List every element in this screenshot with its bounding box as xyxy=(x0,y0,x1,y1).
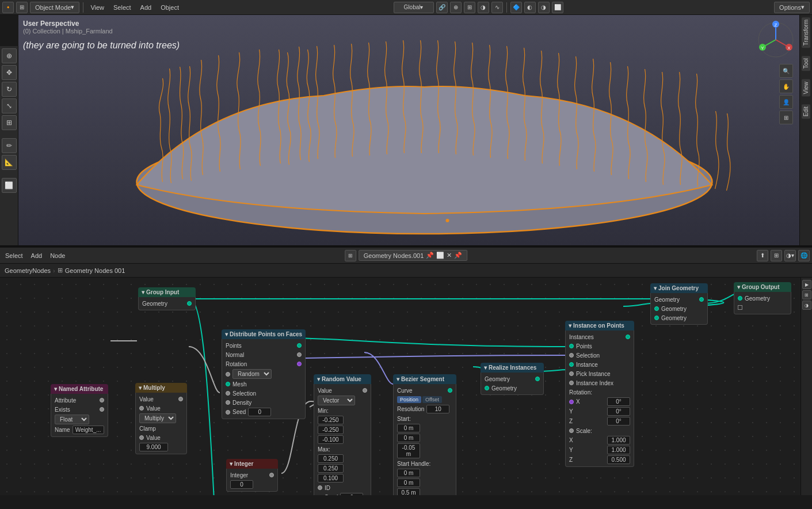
node-bezier-segment[interactable]: ▾ Bezier Segment Curve Position Offset R… xyxy=(393,374,456,495)
random-min-y-field[interactable]: -0.250 xyxy=(318,426,344,434)
node-add-menu[interactable]: Add xyxy=(28,251,45,260)
distribute-in-socket[interactable] xyxy=(226,372,230,377)
realize-out-socket[interactable] xyxy=(535,377,540,381)
scale-tool[interactable]: ⤡ xyxy=(2,98,17,113)
breadcrumb-current[interactable]: Geometry Nodes 001 xyxy=(65,267,125,274)
random-id-socket[interactable] xyxy=(318,485,322,490)
bezier-collapse[interactable]: ▾ xyxy=(397,376,399,382)
snap-icon[interactable]: 🔗 xyxy=(436,2,448,13)
distribute-points-socket[interactable] xyxy=(297,343,302,348)
multiply-val-socket[interactable] xyxy=(139,435,144,440)
iop-collapse[interactable]: ▾ xyxy=(569,322,571,329)
random-out-socket[interactable] xyxy=(363,388,367,393)
xray-icon[interactable]: ⊞ xyxy=(464,2,475,13)
iop-out-socket[interactable] xyxy=(626,335,630,339)
render-engines[interactable]: ◐ xyxy=(524,2,536,13)
distribute-rotation-socket[interactable] xyxy=(297,362,302,366)
integer-val-field[interactable]: 0 xyxy=(230,480,253,489)
transform-tab[interactable]: Transform xyxy=(802,17,810,48)
random-type-dropdown[interactable]: Vector xyxy=(318,396,355,405)
group-output-dot-socket[interactable] xyxy=(738,305,742,310)
distribute-sel-socket[interactable] xyxy=(226,391,230,396)
distribute-collapse[interactable]: ▾ xyxy=(225,331,228,337)
group-input-geometry-socket[interactable] xyxy=(187,301,192,306)
integer-collapse[interactable]: ▾ xyxy=(230,461,232,467)
join-out-socket[interactable] xyxy=(699,297,704,302)
gizmo-icon[interactable]: ∿ xyxy=(491,2,503,13)
join-in1-socket[interactable] xyxy=(654,306,659,311)
realize-in-socket[interactable] xyxy=(485,386,489,390)
tool-tab[interactable]: Tool xyxy=(802,56,810,71)
random-seed-socket[interactable] xyxy=(318,495,322,496)
view-menu[interactable]: View xyxy=(87,2,108,13)
node-group-output[interactable]: ▾ Group Output Geometry xyxy=(734,282,791,314)
distribute-seed-field[interactable]: 0 xyxy=(248,408,271,416)
bezier-sh-y-field[interactable]: 0 m xyxy=(397,478,420,487)
bezier-start-y-field[interactable]: 0 m xyxy=(397,434,420,442)
iop-idx-socket[interactable] xyxy=(569,381,574,385)
mode-icon[interactable]: ⊞ xyxy=(16,2,28,13)
frame-icon[interactable]: ⬜ xyxy=(552,2,563,13)
random-collapse[interactable]: ▾ xyxy=(317,376,320,382)
iop-scale-y-field[interactable]: 1.000 xyxy=(607,446,630,454)
rotate-tool[interactable]: ↻ xyxy=(2,82,17,97)
bezier-res-field[interactable]: 10 xyxy=(426,405,449,413)
named-attr-name-field[interactable]: Weight_... xyxy=(73,426,104,434)
node-tab-copy[interactable]: ⬜ xyxy=(436,252,444,259)
node-node-menu[interactable]: Node xyxy=(47,251,68,260)
move-tool[interactable]: ✥ xyxy=(2,65,17,80)
node-strip-btn2[interactable]: ⊞ xyxy=(802,290,811,299)
distribute-normal-socket[interactable] xyxy=(297,352,302,357)
transform-tool[interactable]: ⊞ xyxy=(2,115,17,130)
group-input-collapse[interactable]: ▾ xyxy=(142,289,144,295)
iop-rot-x-socket[interactable] xyxy=(569,400,574,404)
named-attr-exists-socket[interactable] xyxy=(100,407,104,412)
3d-viewport[interactable]: User Perspective (0) Collection | Mship_… xyxy=(18,15,812,245)
distribute-method-dropdown[interactable]: Random xyxy=(232,369,272,379)
distribute-seed-socket[interactable] xyxy=(226,410,230,415)
node-random-value[interactable]: ▾ Random Value Value Vector Min: -0.250 xyxy=(314,374,371,495)
random-max-z-field[interactable]: 0.100 xyxy=(318,474,344,483)
integer-out-socket[interactable] xyxy=(269,473,274,477)
random-seed-field[interactable]: 0 xyxy=(340,493,363,495)
select-menu[interactable]: Select xyxy=(110,2,135,13)
edit-tab[interactable]: Edit xyxy=(802,104,810,119)
multiply-out-socket[interactable] xyxy=(178,397,183,401)
iop-rot-y-field[interactable]: 0° xyxy=(607,407,630,416)
node-tab-pin2[interactable]: 📌 xyxy=(454,252,462,259)
iop-scale-z-field[interactable]: 0.500 xyxy=(607,455,630,464)
search-btn[interactable]: 🔍 xyxy=(779,64,793,78)
node-upload-icon[interactable]: ⬆ xyxy=(757,250,768,261)
view-tab[interactable]: View xyxy=(802,79,810,97)
bezier-sh-x-field[interactable]: 0 m xyxy=(397,469,420,477)
iop-scale-x-field[interactable]: 1.000 xyxy=(607,436,630,445)
named-attr-collapse[interactable]: ▾ xyxy=(54,386,57,392)
node-multiply[interactable]: ▾ Multiply Value Value Multiply xyxy=(135,383,187,454)
hand-btn[interactable]: ✋ xyxy=(779,79,793,93)
viewport-gizmo[interactable]: Z Y X xyxy=(756,20,796,60)
node-group-input[interactable]: ▾ Group Input Geometry xyxy=(138,287,196,310)
breadcrumb-root[interactable]: GeometryNodes xyxy=(5,267,51,274)
iop-pick-socket[interactable] xyxy=(569,371,574,376)
overlay-icon[interactable]: ⊕ xyxy=(450,2,462,13)
random-min-z-field[interactable]: -0.100 xyxy=(318,435,344,444)
join-collapse[interactable]: ▾ xyxy=(654,285,657,291)
add-menu[interactable]: Add xyxy=(137,2,155,13)
object-menu[interactable]: Object xyxy=(157,2,182,13)
iop-inst-socket[interactable] xyxy=(569,362,574,367)
node-tab-close[interactable]: ✕ xyxy=(447,252,452,259)
bezier-out-socket[interactable] xyxy=(448,388,452,393)
node-strip-btn3[interactable]: ◑ xyxy=(802,301,811,310)
bezier-offset-tab[interactable]: Offset xyxy=(422,396,442,403)
multiply-collapse[interactable]: ▾ xyxy=(139,385,142,391)
node-integer[interactable]: ▾ Integer Integer 0 xyxy=(226,459,278,492)
random-max-y-field[interactable]: 0.250 xyxy=(318,464,344,473)
grid-btn[interactable]: ⊞ xyxy=(779,111,793,124)
node-tab-active[interactable]: Geometry Nodes.001 📌 ⬜ ✕ 📌 xyxy=(359,250,468,261)
annotate-tool[interactable]: ✏ xyxy=(2,138,17,153)
iop-scale-socket[interactable] xyxy=(569,428,574,433)
add-cube-tool[interactable]: ⬜ xyxy=(2,178,17,193)
iop-rot-x-field[interactable]: 0° xyxy=(607,397,630,406)
join-in2-socket[interactable] xyxy=(654,316,659,320)
iop-rot-z-field[interactable]: 0° xyxy=(607,417,630,426)
